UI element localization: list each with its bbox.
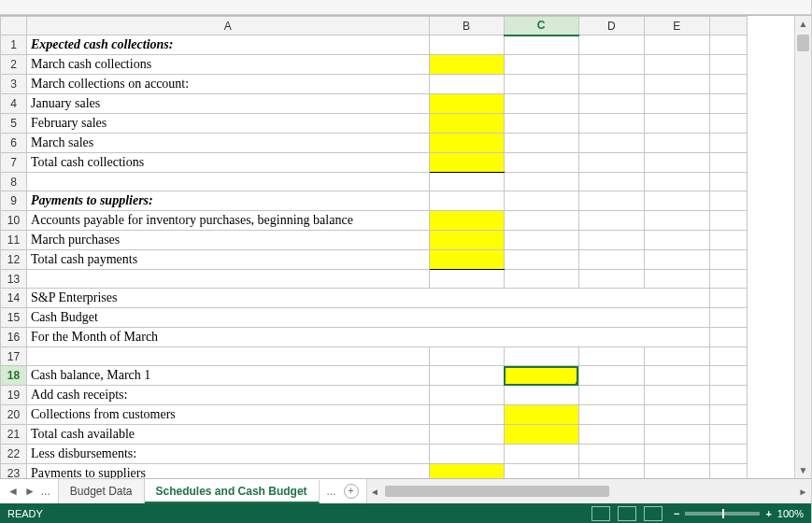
hscroll-left-icon[interactable]: ◄: [367, 487, 383, 497]
zoom-out-icon[interactable]: −: [674, 508, 679, 519]
row-header[interactable]: 4: [1, 94, 27, 114]
cell-F10[interactable]: [709, 211, 747, 231]
sheet-tab-budget-data[interactable]: Budget Data: [59, 479, 145, 503]
view-normal-icon[interactable]: [591, 506, 610, 521]
cell-B23[interactable]: [429, 464, 504, 478]
view-page-break-icon[interactable]: [644, 506, 662, 521]
cell-F19[interactable]: [709, 386, 747, 405]
row-header[interactable]: 16: [1, 328, 27, 347]
cell-C13[interactable]: [504, 270, 578, 289]
cell-E8[interactable]: [644, 173, 709, 191]
cell-E10[interactable]: [644, 211, 709, 231]
tab-nav-prev-icon[interactable]: ◄: [7, 485, 19, 498]
row-header[interactable]: 21: [1, 425, 27, 445]
cell-C6[interactable]: [504, 134, 578, 153]
cell-E3[interactable]: [644, 75, 709, 94]
cell-B13[interactable]: [429, 270, 504, 289]
cell-D17[interactable]: [578, 347, 644, 366]
cell-C7[interactable]: [504, 153, 578, 173]
cell-B19[interactable]: [429, 386, 504, 405]
cell-A22[interactable]: Less disbursements:: [27, 445, 430, 464]
cell-B5[interactable]: [429, 114, 504, 134]
cell-A11[interactable]: March purchases: [27, 231, 430, 250]
hscroll-track[interactable]: [383, 486, 795, 497]
cell-E18[interactable]: [644, 366, 709, 386]
cell-B10[interactable]: [429, 211, 504, 231]
row-header[interactable]: 6: [1, 134, 27, 153]
row-header[interactable]: 13: [1, 270, 27, 289]
cell-B3[interactable]: [429, 75, 504, 94]
cell-F12[interactable]: [709, 250, 747, 270]
cell-D8[interactable]: [578, 173, 644, 191]
sheet-tab-schedules-cash-budget[interactable]: Schedules and Cash Budget: [145, 479, 320, 503]
row-header[interactable]: 20: [1, 405, 27, 425]
cell-A10[interactable]: Accounts payable for inventory purchases…: [27, 211, 430, 231]
cell-F4[interactable]: [709, 94, 747, 114]
cell-A20[interactable]: Collections from customers: [27, 405, 430, 425]
cell-E11[interactable]: [644, 231, 709, 250]
cell-A21[interactable]: Total cash available: [27, 425, 430, 445]
cell-A6[interactable]: March sales: [27, 134, 430, 153]
cell-A4[interactable]: January sales: [27, 94, 430, 114]
cell-D11[interactable]: [578, 231, 644, 250]
cell-B8[interactable]: [429, 173, 504, 191]
cell-A12[interactable]: Total cash payments: [27, 250, 430, 270]
row-header[interactable]: 5: [1, 114, 27, 134]
cell-A8[interactable]: [27, 173, 430, 191]
new-sheet-icon[interactable]: +: [344, 484, 359, 499]
cell-A18[interactable]: Cash balance, March 1: [27, 366, 430, 386]
row-header[interactable]: 18: [1, 366, 27, 386]
cell-D1[interactable]: [578, 35, 644, 55]
cell-B21[interactable]: [429, 425, 504, 445]
cell-F23[interactable]: [709, 464, 747, 478]
cell-F17[interactable]: [709, 347, 747, 366]
cell-B18[interactable]: [429, 366, 504, 386]
zoom-in-icon[interactable]: +: [765, 508, 771, 519]
zoom-value[interactable]: 100%: [777, 508, 804, 519]
cell-D6[interactable]: [578, 134, 644, 153]
cell-A2[interactable]: March cash collections: [27, 55, 430, 75]
cell-D21[interactable]: [578, 425, 644, 445]
cell-A19[interactable]: Add cash receipts:: [27, 386, 430, 405]
cell-B9[interactable]: [429, 191, 504, 211]
row-header[interactable]: 22: [1, 445, 27, 464]
cell-C10[interactable]: [504, 211, 578, 231]
cell-D7[interactable]: [578, 153, 644, 173]
row-header[interactable]: 14: [1, 289, 27, 308]
cell-D18[interactable]: [578, 366, 644, 386]
col-header-extra[interactable]: [709, 17, 747, 35]
cell-E22[interactable]: [644, 445, 709, 464]
cell-F11[interactable]: [709, 231, 747, 250]
cell-D2[interactable]: [578, 55, 644, 75]
cell-B4[interactable]: [429, 94, 504, 114]
row-header[interactable]: 11: [1, 231, 27, 250]
cell-B22[interactable]: [429, 445, 504, 464]
cell-F15[interactable]: [709, 308, 747, 328]
cell-C3[interactable]: [504, 75, 578, 94]
cell-C17[interactable]: [504, 347, 578, 366]
cell-A23[interactable]: Payments to suppliers: [27, 464, 430, 478]
scroll-up-icon[interactable]: ▲: [795, 16, 811, 32]
cell-E1[interactable]: [644, 35, 709, 55]
cell-A15-merged[interactable]: Cash Budget: [27, 308, 710, 328]
row-header[interactable]: 3: [1, 75, 27, 94]
select-all-corner[interactable]: [1, 17, 27, 35]
cell-F6[interactable]: [709, 134, 747, 153]
tab-nav-next-icon[interactable]: ►: [24, 485, 36, 498]
cell-E13[interactable]: [644, 270, 709, 289]
row-header[interactable]: 7: [1, 153, 27, 173]
cell-A14-merged[interactable]: S&P Enterprises: [27, 289, 710, 308]
cell-C18-active[interactable]: [504, 366, 578, 386]
cell-F21[interactable]: [709, 425, 747, 445]
cell-E17[interactable]: [644, 347, 709, 366]
cell-D13[interactable]: [578, 270, 644, 289]
cell-F8[interactable]: [709, 173, 747, 191]
row-header[interactable]: 9: [1, 191, 27, 211]
cell-A5[interactable]: February sales: [27, 114, 430, 134]
row-header[interactable]: 8: [1, 173, 27, 191]
hscroll-thumb[interactable]: [385, 486, 609, 497]
cell-C22[interactable]: [504, 445, 578, 464]
tab-nav-more-icon[interactable]: ...: [41, 485, 50, 498]
vertical-scrollbar[interactable]: ▲ ▼: [794, 16, 811, 478]
cell-F2[interactable]: [709, 55, 747, 75]
